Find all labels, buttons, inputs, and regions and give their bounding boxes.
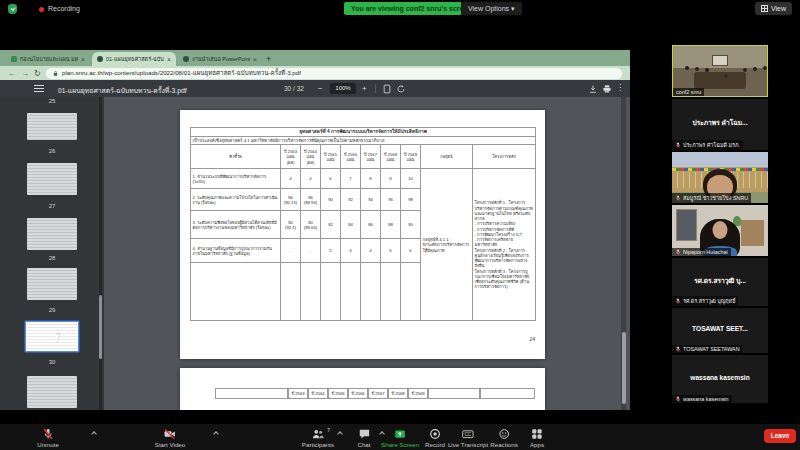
rotate-icon[interactable] (396, 84, 406, 94)
participant-tile[interactable]: Nipaporn Hutachai (672, 205, 768, 256)
start-video-button[interactable]: Start Video (155, 428, 186, 448)
tab-close-icon[interactable]: × (167, 56, 171, 63)
encryption-shield-icon (8, 4, 17, 14)
view-layout-button[interactable]: View (755, 2, 792, 15)
participant-tile[interactable]: สมบูรณ์ ชาวชายโขง SNRU (672, 152, 768, 203)
thumb-page-number: 30 (0, 359, 104, 365)
participant-name-tag: สมบูรณ์ ชาวชายโขง SNRU (672, 193, 751, 203)
apps-icon (531, 428, 543, 440)
apps-button[interactable]: Apps (530, 428, 544, 448)
chat-icon (358, 428, 370, 440)
participant-name-tag: conf2 snru (673, 88, 704, 96)
participant-center-name: ประภาพร คำโฉม... (672, 116, 768, 127)
document-scrollbar[interactable] (621, 97, 626, 410)
participant-center-name: wassana kasemsin (672, 373, 768, 380)
browser-tab-strip: กองนโยบายและแผน มหาวิทยาลัยราชภัฏสกลนคร … (0, 50, 632, 66)
fit-page-icon[interactable] (382, 84, 392, 94)
tab-close-icon[interactable]: × (253, 56, 257, 63)
pdf-page-31: ปี 2563 ปี 2564 ปี 2565 ปี 2566 ปี 2567 … (180, 368, 545, 410)
new-tab-button[interactable]: + (266, 54, 271, 64)
zoom-level: 100% (330, 83, 356, 94)
page-number-footer: 24 (529, 336, 535, 342)
projects-cell: โครงการหลักที่ 1 : โครงการบริหารจัดการตา… (473, 169, 536, 321)
closed-caption-icon (462, 428, 474, 440)
browser-tab-3[interactable]: งานนำเสนอ PowerPoint × (178, 52, 262, 66)
address-bar[interactable]: plan.snru.ac.th/wp-content/uploads/2022/… (46, 68, 622, 79)
viewing-screen-banner: You are viewing conf2 snru's screen (344, 2, 479, 15)
view-label: View (771, 5, 786, 12)
recording-label: Recording (48, 5, 80, 12)
participants-panel: conf2 snru ประภาพร คำโฉม... ประภาพร คำโฉ… (630, 18, 800, 424)
page-thumbnail[interactable] (27, 376, 77, 408)
muted-mic-icon (675, 195, 681, 201)
zoom-out-button[interactable]: − (318, 84, 323, 93)
participant-name-tag: Nipaporn Hutachai (672, 248, 731, 256)
table-title: ยุทธศาสตร์ที่ 4 การพัฒนาระบบบริหารจัดการ… (191, 128, 536, 137)
thumb-page-number: 28 (0, 255, 104, 261)
participant-tile[interactable]: รศ.ดร.สราวุฒิ บุ... รศ.ดร.สราวุฒิ บุญฤทธ… (672, 258, 768, 306)
live-transcript-button[interactable]: Live Transcript (448, 428, 488, 448)
table-subtitle: เป้าประสงค์เชิงยุทธศาสตร์ 4.1 มหาวิทยาลั… (191, 136, 536, 145)
view-options-dropdown[interactable]: View Options ▾ (461, 2, 522, 15)
participant-tile-conf2-snru[interactable]: conf2 snru (672, 45, 768, 97)
ppt-favicon (183, 56, 189, 62)
participant-name-tag: TOSAWAT SEETAWAN (672, 345, 743, 353)
more-options-icon[interactable]: ⋮ (616, 83, 624, 92)
table-header-row: ตัวชี้วัด ปี 2563 แผน (ผล) ปี 2564 แผน (… (191, 145, 536, 169)
smiley-reactions-icon (498, 428, 510, 440)
grid-view-icon (761, 5, 768, 12)
pdf-thumbnail-sidebar: 25 26 27 28 29 30 (0, 97, 104, 410)
browser-tab-1[interactable]: กองนโยบายและแผน มหาวิทยาลัยราชภัฏสกลนคร … (6, 52, 90, 66)
pdf-favicon (97, 56, 103, 62)
pdf-title: 01-แผนยุทธศาสตร์-ฉบับทบทวน-ครั้งที่-3.pd… (58, 85, 187, 96)
thumb-page-number: 26 (0, 148, 104, 154)
toolbar-divider (375, 84, 376, 93)
page-thumbnail[interactable] (27, 268, 77, 300)
participants-icon (312, 428, 324, 440)
participant-name-tag: รศ.ดร.สราวุฒิ บุญฤทธิ์ (672, 296, 738, 306)
page-thumbnail[interactable] (27, 163, 77, 195)
muted-mic-icon (675, 249, 681, 255)
forward-icon[interactable]: → (21, 69, 29, 78)
strategy-cell: กลยุทธ์ที่ 4.1.1 : ยกระดับการบริหารจัดกา… (421, 169, 473, 321)
strategy-table: ยุทธศาสตร์ที่ 4 การพัฒนาระบบบริหารจัดการ… (190, 127, 536, 321)
muted-mic-icon (675, 298, 681, 304)
muted-mic-icon (42, 428, 54, 440)
participant-center-name: รศ.ดร.สราวุฒิ บุ... (672, 274, 768, 285)
participant-name-tag: wassana kasemsin (672, 395, 732, 403)
site-favicon (11, 56, 17, 62)
page-thumbnail[interactable] (27, 218, 77, 250)
share-screen-button[interactable]: Share Screen (381, 428, 419, 448)
thumbnail-scrollbar[interactable] (99, 97, 102, 410)
unmute-button[interactable]: Unmute (37, 428, 59, 448)
record-icon (429, 428, 441, 440)
leave-button[interactable]: Leave (764, 429, 796, 443)
reactions-button[interactable]: Reactions (490, 428, 518, 448)
next-page-header-row: ปี 2563 ปี 2564 ปี 2565 ปี 2566 ปี 2567 … (180, 388, 545, 399)
print-icon[interactable] (602, 84, 612, 94)
pdf-viewer: 25 26 27 28 29 30 ยุทธศาสตร์ที่ (0, 97, 632, 410)
page-thumbnail[interactable] (27, 113, 77, 140)
participant-tile[interactable]: TOSAWAT SEET... TOSAWAT SEETAWAN (672, 308, 768, 353)
secure-lock-icon (52, 70, 59, 77)
participants-count-badge: 7 (327, 427, 330, 433)
pdf-page-indicator: 30 / 32 (284, 85, 304, 92)
browser-tab-2-active[interactable]: 01-แผนยุทธศาสตร์-ฉบับทบทวน-ครั้งที่-3.pd… (92, 52, 176, 66)
download-icon[interactable] (588, 84, 598, 94)
page-thumbnail-active[interactable] (25, 321, 79, 352)
browser-toolbar: ← → ↻ plan.snru.ac.th/wp-content/uploads… (0, 66, 632, 80)
back-icon[interactable]: ← (8, 69, 16, 78)
reload-icon[interactable]: ↻ (34, 69, 41, 78)
chat-button[interactable]: Chat (357, 428, 370, 448)
zoom-meeting-window: Recording You are viewing conf2 snru's s… (0, 0, 800, 450)
participant-tile[interactable]: ประภาพร คำโฉม... ประภาพร คำโฉมดี มรภ. (672, 99, 768, 150)
recording-dot-icon (39, 7, 44, 12)
pdf-menu-icon[interactable] (34, 85, 44, 86)
tab-close-icon[interactable]: × (81, 56, 85, 63)
participant-tile[interactable]: wassana kasemsin wassana kasemsin (672, 355, 768, 403)
muted-mic-icon (675, 142, 681, 148)
thumb-page-number: 29 (0, 307, 104, 313)
zoom-in-button[interactable]: + (362, 84, 367, 93)
record-button[interactable]: Record (425, 428, 445, 448)
muted-mic-icon (675, 396, 681, 402)
